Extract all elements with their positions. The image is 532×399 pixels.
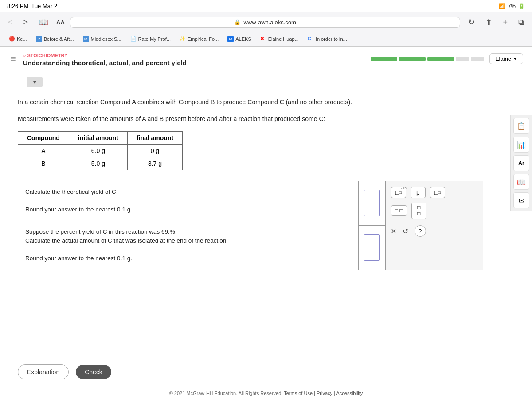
compound-b-final: 3.7 g xyxy=(127,157,182,170)
question-1-text: Calculate the theoretical yield of C. xyxy=(25,188,351,196)
progress-seg-3 xyxy=(427,57,454,61)
check-button[interactable]: Check xyxy=(76,365,111,379)
compound-table: Compound initial amount final amount A 6… xyxy=(18,131,183,170)
compound-b: B xyxy=(18,157,69,170)
answer-input-cell-2 xyxy=(359,226,385,270)
tab-in-order[interactable]: G In order to in... xyxy=(304,35,351,43)
close-math-button[interactable]: × xyxy=(391,226,396,236)
question-2-text: Suppose the percent yield of C in this r… xyxy=(25,227,351,236)
question-input-section: Calculate the theoretical yield of C. Ro… xyxy=(18,181,386,270)
math-toolbar-row-1: □□ x10 μ □□ xyxy=(391,187,477,198)
terms-of-use-link[interactable]: Terms of Use xyxy=(284,391,313,396)
reference-icon-button[interactable]: 📖 xyxy=(513,174,529,190)
tab-favicon-ke: 🔴 xyxy=(9,36,15,42)
progress-seg-4 xyxy=(456,57,469,61)
tab-favicon-rmp: 📄 xyxy=(130,36,137,42)
compound-b-initial: 5.0 g xyxy=(69,157,127,170)
battery-display: 7% xyxy=(508,3,516,9)
chart-icon-button[interactable]: 📊 xyxy=(513,137,529,153)
add-tab-button[interactable]: + xyxy=(500,17,510,28)
compound-a-final: 0 g xyxy=(127,144,182,157)
tabs-overview-button[interactable]: ⧉ xyxy=(516,17,527,28)
browser-chrome: < > 📖 AA 🔒 www-awn.aleks.com ↻ ⬆ + ⧉ 🔴 K… xyxy=(0,12,532,47)
bookmarks-button[interactable]: 📖 xyxy=(36,16,51,28)
address-bar[interactable]: 🔒 www-awn.aleks.com xyxy=(70,17,461,28)
message-icon-button[interactable]: ✉ xyxy=(513,192,529,208)
progress-bars xyxy=(371,57,484,61)
time-display: 8:26 PM xyxy=(7,3,28,9)
right-sidebar-icons: 📋 📊 Ar 📖 ✉ xyxy=(510,115,532,211)
tab-rate-my-prof[interactable]: 📄 Rate My Prof... xyxy=(127,35,174,43)
subject-text: STOICHIOMETRY xyxy=(27,53,67,58)
privacy-link[interactable]: Privacy xyxy=(317,391,332,396)
fraction-button[interactable]: □ □ xyxy=(411,203,426,219)
question-2-note: Round your answer to the nearest 0.1 g. xyxy=(25,254,351,263)
tab-aleks[interactable]: M ALEKS xyxy=(224,35,254,43)
expand-button[interactable]: ▾ xyxy=(27,77,43,87)
user-menu-button[interactable]: Elaine ▼ xyxy=(489,53,523,64)
question-answer-area: Calculate the theoretical yield of C. Ro… xyxy=(18,181,483,270)
tabs-bar: 🔴 Ke... P Before & Aft... M Middlesex S.… xyxy=(0,32,532,46)
periodic-table-icon-button[interactable]: Ar xyxy=(513,155,529,171)
question-row-2: Suppose the percent yield of C in this r… xyxy=(18,221,358,270)
nav-bar: < > 📖 AA 🔒 www-awn.aleks.com ↻ ⬆ + ⧉ xyxy=(0,12,532,32)
compound-a-initial: 6.0 g xyxy=(69,144,127,157)
lock-icon: 🔒 xyxy=(234,19,241,25)
aa-button[interactable]: AA xyxy=(56,19,65,26)
question-row-1: Calculate the theoretical yield of C. Ro… xyxy=(18,181,358,221)
user-menu-chevron: ▼ xyxy=(513,56,517,61)
progress-seg-2 xyxy=(399,57,426,61)
tab-ke[interactable]: 🔴 Ke... xyxy=(5,35,31,43)
tab-middlesex[interactable]: M Middlesex S... xyxy=(79,35,125,43)
forward-button[interactable]: > xyxy=(21,17,31,28)
question-1-note: Round your answer to the nearest 0.1 g. xyxy=(25,205,351,214)
reload-button[interactable]: ↻ xyxy=(466,16,477,28)
superscript-button[interactable]: □□ x10 xyxy=(391,187,406,198)
accessibility-link[interactable]: Accessibility xyxy=(336,391,363,396)
problem-text-1: In a certain chemical reaction Compound … xyxy=(18,97,514,107)
tab-elaine-huap[interactable]: ✖ Elaine Huap... xyxy=(257,35,302,43)
mu-button[interactable]: μ xyxy=(411,187,426,198)
tab-empirical[interactable]: ✨ Empirical Fo... xyxy=(176,35,222,43)
question-text-column: Calculate the theoretical yield of C. Ro… xyxy=(18,181,359,270)
tab-favicon-before: P xyxy=(36,36,42,42)
dot-product-button[interactable]: □·□ xyxy=(391,205,407,216)
tab-before-aft[interactable]: P Before & Aft... xyxy=(32,35,78,43)
help-button[interactable]: ? xyxy=(415,225,426,237)
status-bar: 8:26 PM Tue Mar 2 📶 7% 🔋 xyxy=(0,0,532,12)
tab-favicon-google: G xyxy=(308,36,314,42)
power-button[interactable]: □□ xyxy=(430,187,445,198)
explanation-button[interactable]: Explanation xyxy=(18,364,69,379)
undo-button[interactable]: ↺ xyxy=(403,227,408,235)
math-toolbar: □□ x10 μ □□ □·□ □ □ xyxy=(386,181,483,270)
bottom-bar: Explanation Check xyxy=(0,357,532,387)
footer-copyright: © 2021 McGraw-Hill Education. All Rights… xyxy=(169,391,283,396)
answer-input-1[interactable] xyxy=(364,190,380,216)
lesson-title: Understanding theoretical, actual, and p… xyxy=(23,59,356,66)
compound-a: A xyxy=(18,144,69,157)
col-header-final: final amount xyxy=(127,131,182,144)
menu-button[interactable]: ≡ xyxy=(9,53,18,65)
tab-favicon-elaine: ✖ xyxy=(260,36,266,42)
problem-content: In a certain chemical reaction Compound … xyxy=(0,93,532,357)
battery-icon: 🔋 xyxy=(518,3,525,9)
answer-input-2[interactable] xyxy=(364,234,380,261)
col-header-initial: initial amount xyxy=(69,131,127,144)
notes-icon-button[interactable]: 📋 xyxy=(513,118,529,134)
user-name: Elaine xyxy=(495,55,511,62)
col-header-compound: Compound xyxy=(18,131,69,144)
tab-favicon-aleks: M xyxy=(227,36,234,42)
math-action-buttons: × ↺ ? xyxy=(391,225,477,237)
url-display: www-awn.aleks.com xyxy=(243,19,296,26)
answer-inputs-column xyxy=(359,181,385,270)
share-button[interactable]: ⬆ xyxy=(483,16,495,28)
question-2-text-2: Calculate the actual amount of C that wa… xyxy=(25,236,351,245)
back-button[interactable]: < xyxy=(5,17,16,28)
main-content: ≡ ○ STOICHIOMETRY Understanding theoreti… xyxy=(0,47,532,399)
answer-input-cell-1 xyxy=(359,181,385,226)
subject-label: ○ STOICHIOMETRY xyxy=(23,51,356,59)
progress-seg-5 xyxy=(471,57,484,61)
aleks-header: ≡ ○ STOICHIOMETRY Understanding theoreti… xyxy=(0,47,532,71)
expand-section: ▾ xyxy=(0,71,532,93)
tab-favicon-empirical: ✨ xyxy=(180,36,186,42)
